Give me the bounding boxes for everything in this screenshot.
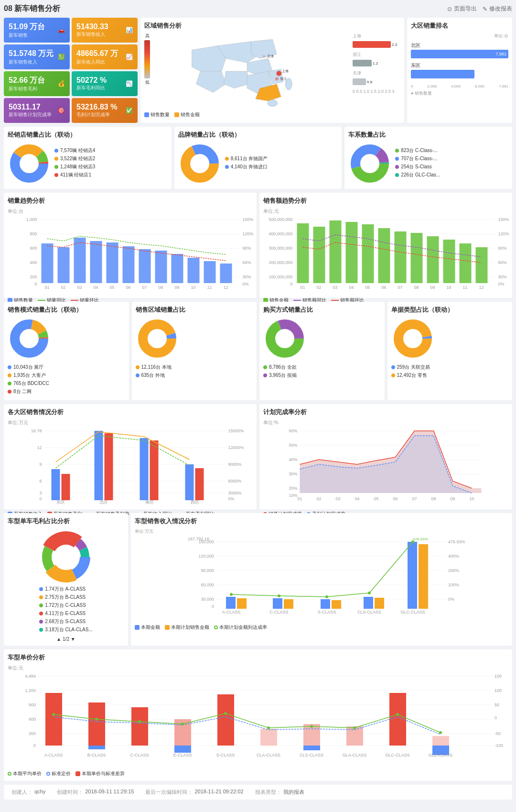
kpi-grid: 51.09 万台 新车销售 🚗 51430.33 新车销售收入 📊 51.574… — [4, 18, 138, 123]
svg-point-205 — [278, 594, 280, 597]
svg-point-176 — [54, 545, 78, 570]
svg-text:15000%: 15000% — [228, 428, 244, 433]
footer-report-type-value: 我的报表 — [283, 789, 304, 796]
svg-text:1,200: 1,200 — [25, 688, 36, 693]
svg-text:09: 09 — [430, 285, 435, 290]
svg-text:3: 3 — [39, 491, 42, 495]
svg-point-204 — [230, 593, 233, 596]
svg-text:S-CLASS: S-CLASS — [216, 753, 235, 757]
svg-text:400: 400 — [30, 260, 37, 265]
sales-trend-chart: 1,000 800 600 400 200 0 150% 120% 90% 60… — [8, 215, 253, 294]
svg-text:07: 07 — [398, 285, 402, 290]
footer-created: 创建时间： 2018-09-11 11:29:15 — [57, 789, 134, 796]
svg-text:120%: 120% — [243, 231, 254, 236]
order-type-pie-title: 单据类型占比（联动） — [391, 306, 509, 314]
svg-rect-136 — [62, 474, 70, 500]
svg-point-21 — [361, 155, 378, 172]
svg-rect-84 — [362, 224, 374, 283]
svg-text:04: 04 — [349, 285, 354, 290]
svg-rect-243 — [88, 746, 105, 749]
svg-text:476.93%: 476.93% — [413, 537, 428, 541]
region-analysis-chart: 16.78 12 9 6 3 0 15000% 12000% 9000% 600… — [8, 426, 253, 507]
car-series-pie-title: 车系数量占比 — [348, 131, 508, 139]
kpi-icon-1: 🚗 — [58, 27, 65, 33]
svg-text:90%: 90% — [243, 246, 251, 251]
car-series-pie-chart — [348, 142, 391, 185]
kpi-icon-2: 📊 — [126, 27, 133, 33]
edit-button[interactable]: ✎ 修改报表 — [483, 5, 512, 13]
page-header: 08 新车销售分析 ⊙ 页面导出 ✎ 修改报表 — [4, 4, 512, 14]
four-pie-row: 销售模式销量占比（联动） 10,043台 展厅 1,935台 大客户 765台 … — [4, 302, 512, 400]
svg-rect-195 — [237, 598, 247, 609]
car-profit-title: 车型单车毛利占比分析 — [8, 517, 124, 526]
svg-text:100,000,000: 100,000,000 — [269, 274, 292, 279]
footer-updated: 最后一次编辑时间： 2018-11-21 09:22:02 — [145, 789, 243, 796]
svg-text:04: 04 — [93, 285, 98, 290]
revenue-trend-chart: 500,000,000 400,000,000 300,000,000 200,… — [263, 215, 508, 294]
brand-pie-box: 品牌销量占比（联动） 8,611台 奔驰国产 4,140台 奔驰进口 — [174, 127, 342, 189]
revenue-trend-unit: 单位:元 — [263, 208, 508, 215]
svg-text:08: 08 — [414, 285, 419, 290]
trend-row: 销量趋势分析 单位:台 1,000 800 600 400 200 0 150%… — [4, 193, 512, 298]
svg-point-247 — [52, 713, 55, 716]
svg-rect-80 — [297, 223, 309, 283]
export-button[interactable]: ⊙ 页面导出 — [447, 5, 477, 13]
svg-text:西区: 西区 — [191, 500, 199, 505]
sales-volume-trend: 销量趋势分析 单位:台 1,000 800 600 400 200 0 150%… — [4, 193, 257, 298]
svg-text:0: 0 — [212, 604, 214, 609]
svg-text:12: 12 — [37, 445, 42, 450]
region-rank-unit: 单位:台 — [411, 33, 508, 39]
kpi-card-7: 50311.17 新车销售计划完成率 🎯 — [4, 98, 70, 123]
svg-text:-50: -50 — [494, 731, 501, 736]
svg-text:600: 600 — [29, 717, 36, 722]
svg-rect-137 — [95, 431, 103, 500]
svg-text:浙江: 浙江 — [280, 77, 287, 81]
svg-text:12: 12 — [223, 285, 228, 290]
svg-point-250 — [181, 723, 184, 725]
svg-text:600: 600 — [30, 246, 37, 251]
svg-text:3000%: 3000% — [228, 491, 242, 495]
svg-point-7 — [263, 55, 265, 57]
car-revenue-box: 车型销售收入情况分析 单位:万元 167,792.16 150,000 120,… — [131, 513, 512, 646]
svg-point-248 — [95, 718, 98, 721]
svg-text:120%: 120% — [498, 231, 509, 236]
svg-rect-139 — [140, 438, 149, 500]
svg-text:50: 50 — [494, 702, 499, 707]
svg-rect-201 — [375, 598, 384, 609]
svg-text:0: 0 — [39, 496, 42, 501]
svg-rect-198 — [321, 599, 330, 609]
car-unit-analysis-chart: 4,484 1,200 900 600 300 0 150 100 50 0 -… — [8, 671, 508, 767]
completion-rate-unit: 单位:% — [263, 419, 508, 426]
svg-rect-235 — [131, 707, 148, 746]
svg-text:0: 0 — [494, 715, 497, 720]
svg-text:GLC-CLASS: GLC-CLASS — [400, 610, 425, 614]
svg-point-254 — [353, 726, 356, 729]
svg-text:12: 12 — [479, 285, 484, 290]
svg-point-253 — [310, 725, 313, 728]
svg-text:0: 0 — [290, 282, 292, 286]
kpi-card-6: 50272 % 新车毛利同比 📉 — [72, 71, 138, 96]
svg-rect-45 — [139, 249, 151, 283]
revenue-trend: 销售额趋势分析 单位:元 500,000,000 400,000,000 300… — [259, 193, 512, 298]
car-revenue-title: 车型销售收入情况分析 — [135, 517, 508, 526]
svg-point-207 — [368, 592, 371, 594]
svg-text:300: 300 — [29, 731, 36, 736]
svg-rect-87 — [411, 233, 423, 283]
svg-text:100: 100 — [494, 688, 502, 693]
svg-text:90%: 90% — [498, 246, 507, 251]
svg-rect-242 — [432, 736, 449, 746]
footer-updated-value: 2018-11-21 09:22:02 — [194, 789, 243, 796]
brand-pie-chart — [178, 142, 221, 185]
region-sales-title: 区域销售分析 — [144, 22, 400, 30]
svg-text:1,000: 1,000 — [26, 217, 37, 222]
kpi-label-3: 新车销售收入 — [9, 59, 54, 66]
svg-text:GLA-CLASS: GLA-CLASS — [343, 753, 367, 757]
kpi-value-3: 51.5748 万元 — [9, 49, 54, 59]
svg-text:01: 01 — [300, 285, 305, 290]
svg-text:30%: 30% — [243, 274, 251, 279]
svg-rect-43 — [107, 242, 118, 283]
kpi-value-2: 51430.33 — [76, 22, 108, 31]
svg-text:-100: -100 — [494, 743, 503, 748]
svg-text:天津: 天津 — [267, 55, 274, 58]
svg-rect-86 — [395, 231, 407, 283]
